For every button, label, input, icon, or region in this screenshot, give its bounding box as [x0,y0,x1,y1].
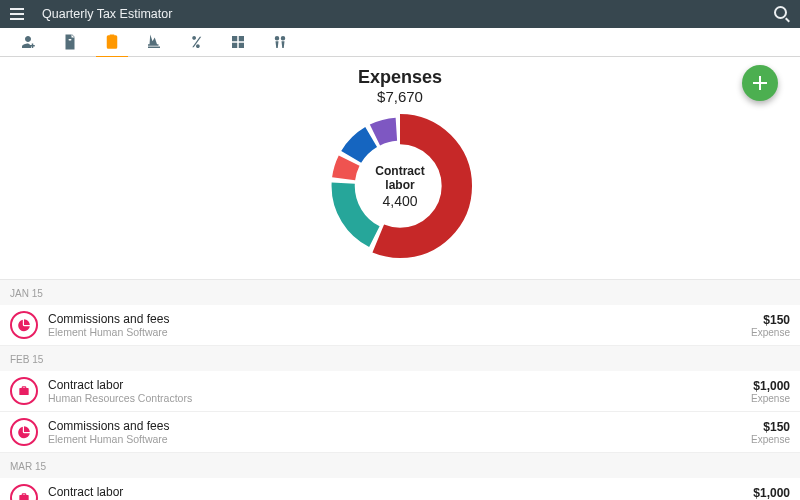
expense-list: JAN 15Commissions and feesElement Human … [0,280,800,500]
donut-highlight-value: 4,400 [363,193,438,209]
expense-type: Expense [751,327,790,338]
menu-icon[interactable] [10,5,28,23]
expense-title: Contract labor [48,378,751,392]
expense-amount: $1,000 [751,486,790,500]
expense-row[interactable]: Commissions and feesElement Human Softwa… [0,412,800,453]
date-header: JAN 15 [0,280,800,305]
pie-icon [10,418,38,446]
expense-amount: $150 [751,313,790,327]
expense-subtitle: Element Human Software [48,326,751,338]
expense-type: Expense [751,393,790,404]
expense-title: Commissions and fees [48,419,751,433]
expense-row[interactable]: Contract laborElement Human Contractors$… [0,478,800,500]
pie-icon [10,311,38,339]
expense-title: Contract labor [48,485,751,499]
briefcase-icon [10,484,38,500]
expense-subtitle: Element Human Software [48,433,751,445]
chart-panel: Expenses $7,670 Contract labor 4,400 [0,57,800,280]
search-icon[interactable] [774,6,790,22]
expense-amount: $150 [751,420,790,434]
date-header: FEB 15 [0,346,800,371]
chart-total: $7,670 [0,88,800,105]
app-title: Quarterly Tax Estimator [42,7,172,21]
expense-row[interactable]: Commissions and feesElement Human Softwa… [0,305,800,346]
content-scroll[interactable]: Expenses $7,670 Contract labor 4,400 JAN… [0,57,800,500]
briefcase-icon [10,377,38,405]
tab-reports[interactable] [260,28,300,57]
expense-row[interactable]: Contract laborHuman Resources Contractor… [0,371,800,412]
tab-mileage[interactable] [134,28,174,57]
tab-deductions[interactable] [176,28,216,57]
donut-chart[interactable]: Contract labor 4,400 [325,111,475,261]
date-header: MAR 15 [0,453,800,478]
tab-profile[interactable] [8,28,48,57]
expense-title: Commissions and fees [48,312,751,326]
expense-subtitle: Human Resources Contractors [48,392,751,404]
add-expense-button[interactable] [742,65,778,101]
tab-dashboard[interactable] [218,28,258,57]
expense-amount: $1,000 [751,379,790,393]
expense-type: Expense [751,434,790,445]
tab-expenses[interactable] [92,28,132,57]
donut-highlight-label: Contract labor [363,164,438,192]
app-header: Quarterly Tax Estimator [0,0,800,28]
tab-income[interactable] [50,28,90,57]
tab-bar [0,28,800,57]
chart-title: Expenses [0,67,800,88]
